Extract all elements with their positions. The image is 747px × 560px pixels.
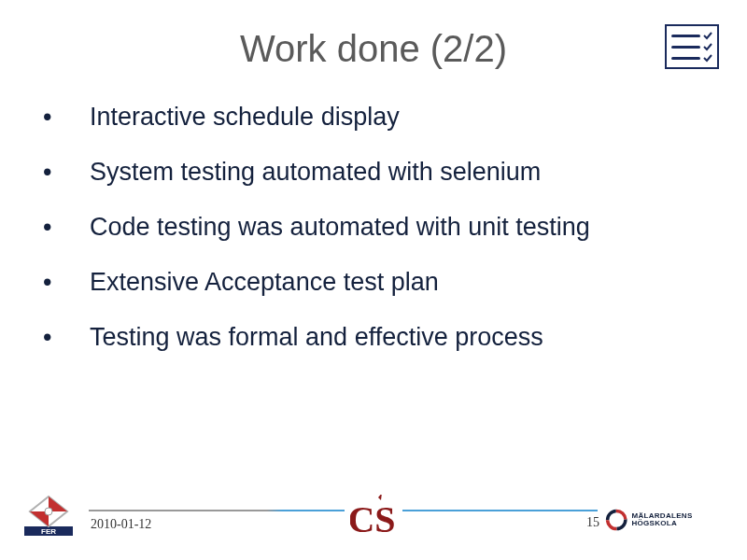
checklist-row [671, 42, 712, 51]
bullet-item: • Code testing was automated with unit t… [37, 213, 710, 242]
svg-text:FER: FER [41, 527, 56, 536]
bullet-text: System testing automated with selenium [90, 158, 710, 187]
cs-logo-icon: CS [345, 495, 402, 539]
bullet-text: Code testing was automated with unit tes… [90, 213, 710, 242]
mdh-logo: MÄLARDALENS HÖGSKOLA [605, 504, 726, 536]
bullet-marker: • [37, 103, 90, 132]
checklist-line [671, 57, 700, 60]
bullet-marker: • [37, 213, 90, 242]
bullet-text: Testing was formal and effective process [90, 323, 710, 352]
check-mark-icon [703, 53, 712, 63]
bullet-item: • Interactive schedule display [37, 103, 710, 132]
footer-divider [89, 510, 598, 511]
footer-date: 2010-01-12 [91, 517, 151, 532]
svg-point-2 [45, 508, 52, 515]
check-mark-icon [703, 42, 712, 51]
bullet-item: • Testing was formal and effective proce… [37, 323, 710, 352]
check-mark-icon [703, 31, 712, 40]
bullet-marker: • [37, 268, 90, 297]
bullet-text: Extensive Acceptance test plan [90, 268, 710, 297]
checklist-row [671, 53, 712, 63]
bullet-marker: • [37, 323, 90, 352]
page-number: 15 [586, 515, 599, 530]
bullet-list: • Interactive schedule display • System … [37, 103, 710, 378]
bullet-text: Interactive schedule display [90, 103, 710, 132]
mdh-logo-text: MÄLARDALENS HÖGSKOLA [631, 512, 726, 527]
mdh-logo-icon [605, 507, 627, 533]
checklist-line [671, 35, 700, 37]
bullet-marker: • [37, 158, 90, 187]
slide-footer: FER CS 2010-01-12 15 MÄLARDALENS HÖGSKOL… [0, 491, 747, 547]
slide-title: Work done (2/2) [0, 28, 747, 70]
slide: Work done (2/2) • Interactive schedule d… [0, 0, 747, 560]
fer-logo-icon: FER [24, 495, 73, 536]
svg-text:CS: CS [347, 498, 395, 539]
checklist-line [671, 46, 700, 49]
bullet-item: • System testing automated with selenium [37, 158, 710, 187]
checklist-icon [665, 24, 719, 69]
bullet-item: • Extensive Acceptance test plan [37, 268, 710, 297]
checklist-row [671, 31, 712, 40]
